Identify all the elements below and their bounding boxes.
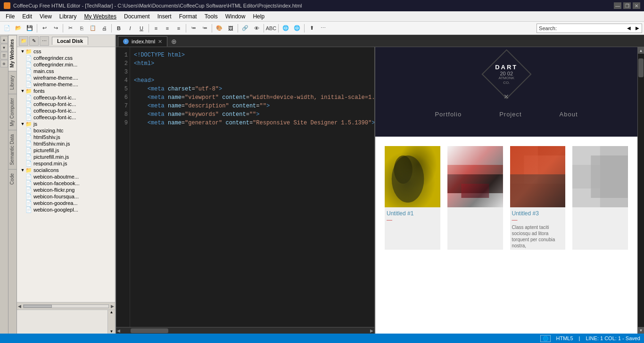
tree-file-picturefill-min[interactable]: 📄 picturefill.min.js — [17, 154, 115, 160]
toolbar-spell[interactable]: ABC — [266, 23, 276, 33]
toggle-js[interactable]: ▼ — [20, 122, 25, 126]
tab-mywebsites[interactable]: My Websites — [8, 35, 17, 71]
toolbar-paste[interactable]: 📋 — [88, 23, 98, 33]
maximize-button[interactable]: ❐ — [623, 2, 631, 9]
vscroll-panel[interactable]: ▲ ▼ — [107, 310, 115, 334]
toolbar-image[interactable]: 🖼 — [225, 23, 236, 33]
search-input[interactable] — [559, 24, 625, 32]
tab-semanticdata[interactable]: Semantic Data — [8, 130, 17, 169]
tree-file-foursquare[interactable]: 📄 webicon-foursqua... — [17, 193, 115, 200]
search-prev-button[interactable]: ◀ — [625, 24, 633, 33]
code-scroll-left[interactable]: ◀ — [116, 328, 121, 333]
toolbar-cut[interactable]: ✂ — [65, 23, 75, 33]
close-button[interactable]: ✕ — [633, 2, 640, 9]
menu-mywebsites[interactable]: My Websites — [81, 12, 120, 21]
tree-file-wireframe1[interactable]: 📄 wireframe-theme.... — [17, 74, 115, 81]
menu-file[interactable]: File — [2, 12, 18, 21]
editor-vscroll-track[interactable] — [638, 54, 644, 327]
side-icon-1[interactable]: ▲ — [0, 36, 8, 43]
toolbar-align-right[interactable]: ≡ — [173, 23, 184, 33]
menu-help[interactable]: Help — [249, 12, 268, 21]
toolbar-new[interactable]: 📄 — [2, 23, 12, 33]
hscroll-thumb[interactable] — [24, 305, 52, 308]
tree-folder-css[interactable]: ▼ 📁 css — [17, 48, 115, 55]
scroll-right-btn[interactable]: ▶ — [110, 304, 115, 309]
titlebar-controls[interactable]: — ❐ ✕ — [614, 2, 640, 9]
tree-file-coffeegrinder-min[interactable]: 📄 coffeegrinder.min... — [17, 61, 115, 68]
side-icon-2[interactable]: ▼ — [0, 44, 8, 51]
code-scroll-right[interactable]: ▶ — [369, 328, 374, 333]
tree-folder-fonts[interactable]: ▼ 📁 fonts — [17, 88, 115, 94]
toolbar-italic[interactable]: I — [125, 23, 135, 33]
tree-file-main-css[interactable]: 📄 main.css — [17, 68, 115, 74]
tree-file-boxsizing[interactable]: 📄 boxsizing.htc — [17, 127, 115, 134]
toolbar-more[interactable]: ⋯ — [318, 23, 328, 33]
toolbar-open[interactable]: 📂 — [13, 23, 24, 33]
file-panel-btn-2[interactable]: ✎ — [29, 36, 39, 46]
side-icon-3[interactable]: ☰ — [0, 52, 8, 59]
toolbar-bold[interactable]: B — [114, 23, 124, 33]
tree-file-googleplus[interactable]: 📄 webicon-googlepl... — [17, 206, 115, 213]
editor-vscroll-thumb[interactable] — [638, 58, 644, 77]
tree-file-font4[interactable]: 📄 coffeecup-font-ic... — [17, 114, 115, 121]
editor-vscroll-up[interactable]: ▲ — [638, 47, 644, 54]
menu-insert[interactable]: Insert — [154, 12, 175, 21]
toolbar-align-left[interactable]: ≡ — [151, 23, 161, 33]
tree-folder-socialicons[interactable]: ▼ 📁 socialicons — [17, 167, 115, 173]
code-hscrollbar[interactable]: ◀ ▶ — [116, 327, 374, 334]
tree-file-coffeegrinder-css[interactable]: 📄 coffeegrinder.css — [17, 55, 115, 61]
toolbar-print[interactable]: 🖨 — [99, 23, 109, 33]
tab-code[interactable]: Code — [8, 169, 17, 188]
tree-file-font1[interactable]: 📄 coffeecup-font-ic... — [17, 94, 115, 101]
tree-file-goodreads[interactable]: 📄 webicon-goodrea... — [17, 200, 115, 206]
toolbar-list-ol[interactable]: ≔ — [199, 23, 210, 33]
toggle-css[interactable]: ▼ — [20, 49, 25, 54]
toggle-fonts[interactable]: ▼ — [20, 89, 25, 93]
toolbar-color[interactable]: 🎨 — [214, 23, 224, 33]
code-text[interactable]: <!DOCTYPE html> <html> <head> <meta char… — [130, 47, 374, 327]
tree-file-font2[interactable]: 📄 coffeecup-font-ic... — [17, 101, 115, 107]
tree-file-aboutme[interactable]: 📄 webicon-aboutme... — [17, 173, 115, 180]
tree-file-flickr[interactable]: 📄 webicon-flickr.png — [17, 187, 115, 193]
toolbar-browser2[interactable]: 🌐 — [292, 23, 302, 33]
new-tab-button[interactable]: ⊕ — [167, 36, 181, 47]
vscroll-up[interactable]: ▲ — [110, 310, 114, 314]
toggle-socialicons[interactable]: ▼ — [20, 168, 25, 172]
toolbar-upload[interactable]: ⬆ — [306, 23, 317, 33]
file-panel-btn-3[interactable]: ⋯ — [40, 36, 49, 46]
toolbar-redo[interactable]: ↪ — [50, 23, 61, 33]
tree-file-font3[interactable]: 📄 coffeecup-font-ic... — [17, 107, 115, 114]
toolbar-link[interactable]: 🔗 — [240, 23, 250, 33]
code-content[interactable]: 1 2 3 4 5 6 7 8 9 <!DOCTYPE html> <html>… — [116, 47, 374, 327]
menu-edit[interactable]: Edit — [18, 12, 36, 21]
toolbar-preview[interactable]: 👁 — [251, 23, 262, 33]
tree-file-picturefill[interactable]: 📄 picturefill.js — [17, 147, 115, 154]
side-icon-4[interactable]: ⊕ — [0, 60, 8, 67]
code-scroll-thumb[interactable] — [131, 328, 168, 333]
editor-vscrollbar[interactable]: ▲ ▼ — [637, 47, 644, 334]
menu-library[interactable]: Library — [56, 12, 81, 21]
toolbar-undo[interactable]: ↩ — [39, 23, 50, 33]
toolbar-save[interactable]: 💾 — [25, 23, 35, 33]
tab-mycomputer[interactable]: My Computer — [8, 94, 17, 130]
tree-file-respond[interactable]: 📄 respond.min.js — [17, 160, 115, 167]
menu-view[interactable]: View — [36, 12, 56, 21]
file-panel-btn-1[interactable]: 📁 — [19, 36, 28, 46]
toolbar-browser[interactable]: 🌐 — [281, 23, 291, 33]
tab-library[interactable]: Library — [8, 71, 17, 94]
toolbar-underline[interactable]: U — [136, 23, 147, 33]
hscroll-track[interactable] — [23, 304, 109, 308]
menu-window[interactable]: Window — [222, 12, 249, 21]
tree-file-facebook[interactable]: 📄 webicon-facebook... — [17, 180, 115, 187]
tree-file-html5shiv[interactable]: 📄 html5shiv.js — [17, 134, 115, 140]
toolbar-align-center[interactable]: ≡ — [162, 23, 173, 33]
tab-close-button[interactable]: ✕ — [158, 39, 162, 45]
menu-tools[interactable]: Tools — [201, 12, 222, 21]
file-panel-scroll-h[interactable]: ◀ ▶ — [17, 302, 115, 310]
minimize-button[interactable]: — — [614, 2, 621, 9]
menu-document[interactable]: Document — [120, 12, 154, 21]
editor-tab-index[interactable]: i index.html ✕ — [118, 36, 167, 47]
editor-vscroll-down[interactable]: ▼ — [638, 327, 644, 334]
search-next-button[interactable]: ▶ — [633, 24, 642, 33]
localdisk-tab[interactable]: Local Disk — [52, 37, 88, 45]
